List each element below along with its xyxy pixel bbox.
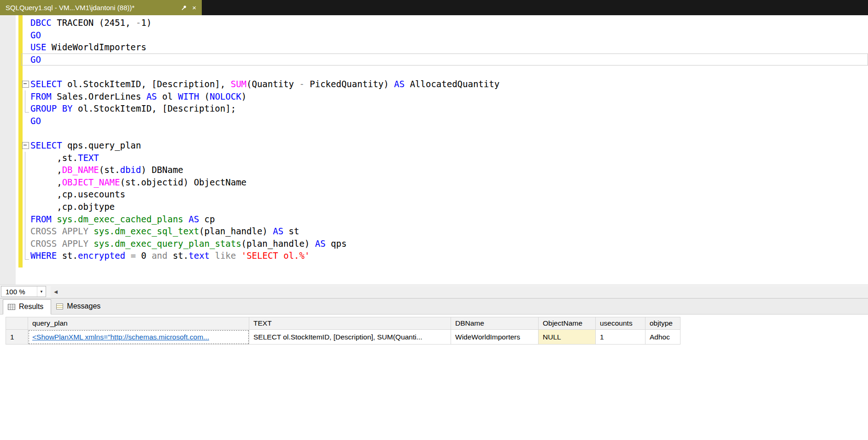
column-header-query_plan[interactable]: query_plan [28,317,249,330]
code-line[interactable]: GO [21,54,868,66]
code-token: GO [30,30,41,40]
code-line[interactable]: ,cp.objtype [21,201,868,213]
cell-text[interactable]: SELECT ol.StockItemID, [Description], SU… [249,330,451,345]
code-line[interactable]: ,cp.usecounts [21,188,868,201]
code-token: ,cp.objtype [30,202,115,212]
code-token: SUM [231,79,246,89]
code-token [183,214,188,224]
scroll-left-button[interactable]: ◀ [51,286,61,297]
code-token: ol.StockItemID, [Description], [62,79,231,89]
code-line[interactable]: ,OBJECT_NAME(st.objectid) ObjectName [21,176,868,189]
code-line[interactable] [21,65,868,78]
code-token: = [130,250,135,261]
horizontal-scrollbar-track[interactable] [61,286,868,297]
code-token: AS [273,226,283,236]
code-line[interactable]: DBCC TRACEON (2451, -1) [21,17,868,29]
code-token: - [136,18,141,28]
column-header-objtype[interactable]: objtype [645,317,680,330]
zoom-level-dropdown[interactable]: 100 % ▼ [1,286,46,297]
code-line[interactable]: WHERE st.encrypted = 0 and st.text like … [21,250,868,262]
code-token: (plan_handle) [199,226,273,236]
grid-corner-cell[interactable] [6,317,28,330]
sql-editor[interactable]: DBCC TRACEON (2451, -1)GOUSE WideWorldIm… [0,15,868,285]
fold-gutter [21,176,30,189]
code-token: qps [326,238,347,249]
fold-gutter [21,102,30,115]
ssms-window: SQLQuery1.sql - VM...VM1\jdantoni (88))*… [0,0,868,440]
code-token: GO [30,116,41,126]
code-token: 0 [136,250,152,261]
code-token: OBJECT_NAME [62,177,120,187]
chevron-down-icon[interactable]: ▼ [37,286,46,297]
code-line[interactable] [21,127,868,139]
fold-gutter [21,41,30,54]
code-line[interactable]: ,st.TEXT [21,152,868,164]
column-header-dbname[interactable]: DBName [451,317,539,330]
code-token: text [188,250,210,261]
pin-icon[interactable] [181,5,187,11]
code-token: ,st. [30,153,78,163]
fold-gutter [21,115,30,127]
code-area[interactable]: DBCC TRACEON (2451, -1)GOUSE WideWorldIm… [21,17,868,262]
editor-indicator-margin[interactable] [0,15,16,285]
fold-gutter [21,54,30,66]
code-fold-collapse-button[interactable] [21,78,30,90]
code-token: (plan_handle) [241,238,315,249]
cell-query_plan[interactable]: <ShowPlanXML xmlns="http://schemas.micro… [28,330,249,345]
fold-gutter [21,90,30,103]
cell-objtype[interactable]: Adhoc [645,330,680,345]
code-line[interactable]: FROM sys.dm_exec_cached_plans AS cp [21,213,868,226]
cell-dbname[interactable]: WideWorldImporters [451,330,539,345]
code-line[interactable]: GROUP BY ol.StockItemID, [Description]; [21,102,868,115]
code-line[interactable]: ,DB_NAME(st.dbid) DBName [21,164,868,176]
code-line[interactable]: CROSS APPLY sys.dm_exec_sql_text(plan_ha… [21,225,868,238]
cell-objectname[interactable]: NULL [539,330,596,345]
code-token: (st. [99,165,120,175]
code-token: dbid [120,165,141,175]
tab-label: Results [19,303,43,311]
code-token: ) [241,91,246,101]
code-token: 1) [141,18,152,28]
results-grid-icon [8,304,15,310]
code-token: sys.dm_exec_cached_plans [57,214,183,224]
code-line[interactable]: GO [21,115,868,127]
code-token: encrypted [78,250,125,261]
code-token: ,cp.usecounts [30,189,125,199]
code-token: sys.dm_exec_sql_text [94,226,199,236]
code-token: FROM [30,91,52,101]
code-token: and [152,250,167,261]
code-token: SELECT [30,140,62,150]
code-token: (Quantity [246,79,299,89]
close-icon[interactable]: × [191,4,197,11]
tab-results[interactable]: Results [3,299,51,315]
code-line[interactable]: USE WideWorldImporters [21,41,868,54]
code-token: AS [394,79,405,89]
row-header[interactable]: 1 [6,330,28,345]
tab-messages[interactable]: Messages [51,299,108,314]
editor-bottom-bar: 100 % ▼ ◀ [0,285,868,298]
horizontal-scrollbar[interactable]: ◀ [51,286,868,297]
fold-gutter [21,152,30,164]
code-token: WideWorldImporters [46,42,146,52]
code-token: st. [167,250,188,261]
column-header-objectname[interactable]: ObjectName [539,317,596,330]
column-header-usecounts[interactable]: usecounts [596,317,645,330]
code-line[interactable]: SELECT qps.query_plan [21,139,868,152]
column-header-text[interactable]: TEXT [249,317,451,330]
cell-usecounts[interactable]: 1 [596,330,645,345]
code-line[interactable]: GO [21,29,868,42]
code-line[interactable]: SELECT ol.StockItemID, [Description], SU… [21,78,868,90]
code-line[interactable]: FROM Sales.OrderLines AS ol WITH (NOLOCK… [21,90,868,103]
code-token: WHERE [30,250,57,261]
results-tab-strip: ResultsMessages [0,298,868,315]
code-line[interactable]: CROSS APPLY sys.dm_exec_query_plan_stats… [21,238,868,250]
document-tab[interactable]: SQLQuery1.sql - VM...VM1\jdantoni (88))*… [0,0,202,15]
code-token: st [283,226,299,236]
tab-label: Messages [67,302,100,310]
code-fold-collapse-button[interactable] [21,139,30,152]
code-token: DBCC [30,18,52,28]
fold-gutter [21,250,30,262]
results-grid-container: query_planTEXTDBNameObjectNameusecountso… [0,315,868,345]
code-token: WITH [178,91,199,101]
code-token: st. [57,250,78,261]
